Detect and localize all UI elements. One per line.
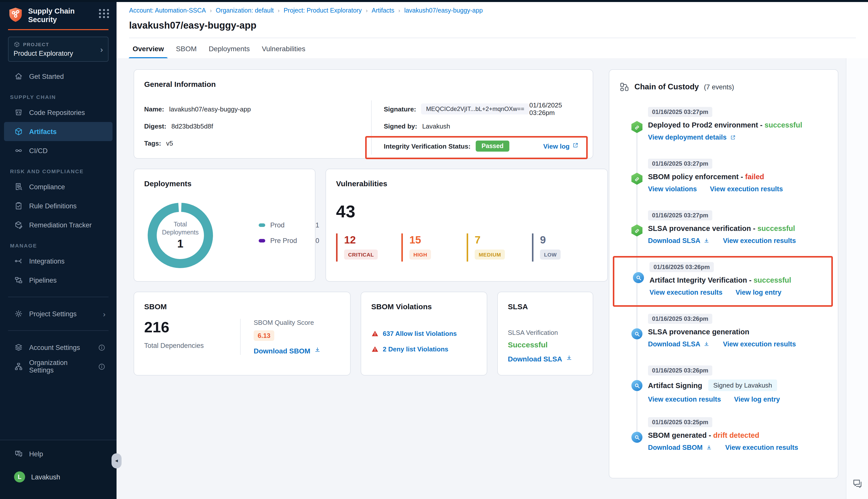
warning-triangle-icon xyxy=(371,345,379,353)
sidebar-item-rule-definitions[interactable]: Rule Definitions xyxy=(4,196,112,215)
sidebar-collapse-handle[interactable]: ◀ xyxy=(111,453,122,468)
download-slsa-link[interactable]: Download SLSA xyxy=(508,354,583,363)
download-slsa-link[interactable]: Download SLSA xyxy=(648,237,710,244)
sbom-card: SBOM 216 Total Dependencies SBOM Quality… xyxy=(134,292,351,376)
sidebar-item-remediation-tracker[interactable]: Remediation Tracker xyxy=(4,215,112,234)
sidebar-item-ci-cd[interactable]: CI/CD xyxy=(4,141,112,160)
event-status: failed xyxy=(745,173,764,181)
tab-sbom[interactable]: SBOM xyxy=(176,38,197,59)
sidebar-item-integrations[interactable]: Integrations xyxy=(4,252,112,271)
events-count: (7 events) xyxy=(704,83,734,90)
org-icon xyxy=(14,362,23,371)
sidebar-item-label: CI/CD xyxy=(29,147,48,154)
content-area: General Information Name:lavakush07/easy… xyxy=(117,58,846,499)
info-icon xyxy=(98,344,106,351)
view-execution-results-link[interactable]: View execution results xyxy=(648,395,721,403)
sidebar-item-compliance[interactable]: Compliance xyxy=(4,177,112,196)
tab-overview[interactable]: Overview xyxy=(133,38,164,59)
sidebar-item-pipelines[interactable]: Pipelines xyxy=(4,271,112,290)
view-log-entry-link[interactable]: View log entry xyxy=(736,289,782,296)
download-slsa-link[interactable]: Download SLSA xyxy=(648,340,710,348)
module-grid-icon[interactable] xyxy=(99,9,109,18)
breadcrumb-project[interactable]: Project: Product Exploratory xyxy=(284,7,362,14)
avatar: L xyxy=(14,471,25,483)
sidebar-item-organization-settings[interactable]: Organization Settings xyxy=(4,357,112,376)
sidebar-item-get-started[interactable]: Get Started xyxy=(4,67,112,86)
event-timestamp: 01/16/2025 03:27pm xyxy=(648,107,712,117)
sbom-quality-score: 6.13 xyxy=(254,330,275,341)
event-timestamp: 01/16/2025 03:26pm xyxy=(650,262,714,272)
coc-event-sbom-generated: 01/16/2025 03:25pmSBOM generated - drift… xyxy=(619,417,829,456)
download-sbom-link[interactable]: Download SBOM xyxy=(648,444,712,451)
card-title: SLSA xyxy=(508,302,583,311)
cube-icon xyxy=(14,127,23,136)
severity-badge: CRITICAL xyxy=(344,250,378,259)
brand-accent-line xyxy=(8,29,108,30)
slsa-verification-label: SLSA Verification xyxy=(508,329,583,336)
pipelines-icon xyxy=(14,276,23,285)
clipboard-icon xyxy=(14,201,23,210)
remediation-icon xyxy=(14,220,23,229)
download-sbom-link[interactable]: Download SBOM xyxy=(254,346,321,355)
view-execution-results-link[interactable]: View execution results xyxy=(723,340,796,348)
event-timestamp: 01/16/2025 03:25pm xyxy=(648,417,712,427)
severity-count: 9 xyxy=(540,234,597,246)
digest-label: Digest: xyxy=(144,122,166,130)
sidebar-item-label: Get Started xyxy=(29,73,64,80)
637-allow-list-violations-link[interactable]: 637 Allow list Violations xyxy=(371,330,477,337)
breadcrumb-organization[interactable]: Organization: default xyxy=(216,7,274,14)
coc-event-slsa-provenance-verification: 01/16/2025 03:27pm∞SLSA provenance verif… xyxy=(619,210,829,249)
download-icon xyxy=(566,354,572,363)
view-deployment-details-link[interactable]: View deployment details xyxy=(648,134,736,141)
sidebar-item-label: Rule Definitions xyxy=(29,202,76,210)
severity-critical: 12CRITICAL xyxy=(336,233,401,261)
signed-by-label: Signed by: xyxy=(384,122,417,130)
view-log-entry-link[interactable]: View log entry xyxy=(734,395,780,403)
view-execution-results-link[interactable]: View execution results xyxy=(725,444,798,451)
breadcrumb-account[interactable]: Account: Automation-SSCA xyxy=(129,7,206,14)
cd-module-icon: ∞ xyxy=(631,121,642,133)
tags-label: Tags: xyxy=(144,139,161,147)
sidebar-item-code-repositories[interactable]: Code Repositories xyxy=(4,103,112,122)
warning-triangle-icon xyxy=(371,330,379,337)
view-execution-results-link[interactable]: View execution results xyxy=(710,185,783,193)
deployments-card: Deployments Total Deployments 1 Prod1Pre… xyxy=(134,169,315,282)
divider xyxy=(8,297,108,297)
tab-bar: OverviewSBOMDeploymentsVulnerabilities xyxy=(117,38,868,59)
tab-vulnerabilities[interactable]: Vulnerabilities xyxy=(262,38,305,59)
project-label: PROJECT xyxy=(23,42,49,47)
view-log-link[interactable]: View log xyxy=(543,142,583,150)
cards-column: General Information Name:lavakush07/easy… xyxy=(134,69,593,499)
event-status: drift detected xyxy=(713,431,759,439)
sidebar-item-artifacts[interactable]: Artifacts xyxy=(4,122,112,141)
sidebar-item-label: Pipelines xyxy=(29,276,57,284)
sidebar-item-project-settings[interactable]: Project Settings› xyxy=(4,304,112,323)
sidebar-item-help[interactable]: Help xyxy=(4,444,112,463)
infinity-icon xyxy=(14,146,23,155)
sidebar-item-label: Help xyxy=(29,450,43,458)
chain-of-custody-panel: Chain of Custody (7 events) 01/16/2025 0… xyxy=(609,69,839,478)
support-chat-icon[interactable] xyxy=(852,478,863,491)
donut-center-label: Total Deployments xyxy=(158,220,203,236)
breadcrumb-artifacts[interactable]: Artifacts xyxy=(372,7,394,14)
event-timestamp: 01/16/2025 03:26pm xyxy=(648,314,712,324)
2-deny-list-violations-link[interactable]: 2 Deny list Violations xyxy=(371,345,477,353)
tab-deployments[interactable]: Deployments xyxy=(209,38,250,59)
events-timeline: 01/16/2025 03:27pm∞Deployed to Prod2 env… xyxy=(619,107,829,456)
user-menu[interactable]: L Lavakush xyxy=(4,467,112,486)
view-violations-link[interactable]: View violations xyxy=(648,185,697,193)
legend-swatch xyxy=(259,223,265,227)
nav-section-supply-chain: SUPPLY CHAIN xyxy=(0,86,117,103)
sidebar-item-account-settings[interactable]: Account Settings xyxy=(4,338,112,357)
breadcrumb-lavakush07-easy-buggy-app[interactable]: lavakush07/easy-buggy-app xyxy=(404,7,483,14)
coc-event-sbom-policy-enforcement: 01/16/2025 03:27pm∞SBOM policy enforceme… xyxy=(619,159,829,197)
event-status: successful xyxy=(754,276,791,284)
view-execution-results-link[interactable]: View execution results xyxy=(723,237,796,244)
sbom-quality-label: SBOM Quality Score xyxy=(254,319,321,326)
coc-event-artifact-signing: 01/16/2025 03:26pmArtifact SigningSigned… xyxy=(619,365,829,404)
severity-medium: 7MEDIUM xyxy=(467,233,532,261)
ssca-module-icon xyxy=(631,328,642,339)
project-cube-icon xyxy=(14,41,20,48)
view-execution-results-link[interactable]: View execution results xyxy=(650,289,723,296)
project-selector[interactable]: PROJECT Product Exploratory › xyxy=(8,37,108,62)
